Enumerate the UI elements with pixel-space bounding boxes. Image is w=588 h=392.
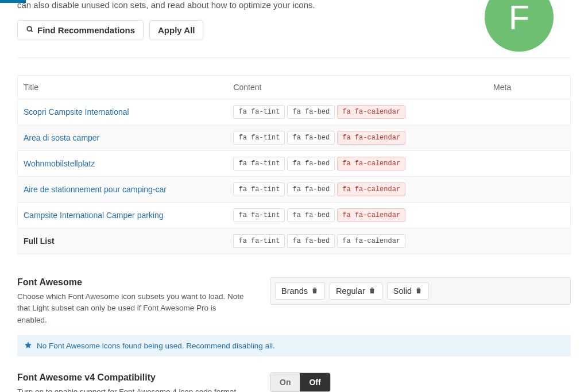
subset-chip-label: Brands xyxy=(281,286,308,296)
col-title: Title xyxy=(18,76,228,99)
svg-line-1 xyxy=(31,30,33,32)
grade-badge: F xyxy=(485,0,554,52)
apply-all-label: Apply All xyxy=(158,25,195,35)
toggle-off[interactable]: Off xyxy=(300,373,330,391)
star-icon xyxy=(24,341,32,351)
col-meta: Meta xyxy=(488,76,570,99)
icon-tag[interactable]: fa fa-bed xyxy=(287,131,335,145)
trash-icon[interactable] xyxy=(415,286,423,296)
fa-desc: Choose which Font Awesome icon subsets y… xyxy=(17,291,247,326)
loading-bar xyxy=(0,0,26,3)
row-meta xyxy=(488,203,570,228)
row-title-link[interactable]: Aire de stationnement pour camping-car xyxy=(24,185,167,194)
icon-tag[interactable]: fa fa-tint xyxy=(233,208,285,222)
col-content: Content xyxy=(227,76,488,99)
icon-tag[interactable]: fa fa-bed xyxy=(287,105,335,119)
divider xyxy=(17,57,571,58)
fa4-desc: Turn on to enable support for Font Aweso… xyxy=(17,386,247,392)
fa-info-text: No Font Awesome icons found being used. … xyxy=(37,341,275,350)
icon-tag[interactable]: fa fa-calendar xyxy=(337,131,405,145)
fa-subsets: BrandsRegularSolid xyxy=(270,277,571,305)
icon-tag[interactable]: fa fa-tint xyxy=(233,157,285,170)
icon-tag[interactable]: fa fa-calendar xyxy=(337,234,405,248)
row-meta xyxy=(488,99,570,125)
subset-chip[interactable]: Solid xyxy=(387,282,429,300)
toggle-on[interactable]: On xyxy=(270,373,300,391)
table-row: Aire de stationnement pour camping-carfa… xyxy=(18,177,571,203)
row-title: Full List xyxy=(24,236,55,246)
icon-tag[interactable]: fa fa-calendar xyxy=(337,183,405,196)
subset-chip-label: Solid xyxy=(393,286,412,296)
icon-tag[interactable]: fa fa-tint xyxy=(233,131,285,145)
svg-point-0 xyxy=(27,26,32,31)
subset-chip[interactable]: Brands xyxy=(275,282,325,300)
table-row: Area di sosta camperfa fa-tintfa fa-bedf… xyxy=(18,125,571,151)
fa-title: Font Awesome xyxy=(17,277,247,288)
find-recommendations-label: Find Recommendations xyxy=(37,25,135,35)
fa-info-notice: No Font Awesome icons found being used. … xyxy=(17,335,571,356)
icon-tag[interactable]: fa fa-bed xyxy=(287,183,335,196)
icon-tag[interactable]: fa fa-bed xyxy=(287,157,335,170)
icon-tag[interactable]: fa fa-tint xyxy=(233,183,285,196)
table-row: Wohnmobilstellplatzfa fa-tintfa fa-bedfa… xyxy=(18,151,571,177)
find-recommendations-button[interactable]: Find Recommendations xyxy=(17,20,144,40)
icon-tag[interactable]: fa fa-bed xyxy=(287,208,335,222)
fa4-title: Font Awesome v4 Compatibility xyxy=(17,372,247,383)
fa4-toggle[interactable]: On Off xyxy=(270,372,331,392)
icon-tag[interactable]: fa fa-calendar xyxy=(337,105,405,119)
icon-tag[interactable]: fa fa-calendar xyxy=(337,157,405,170)
apply-all-button[interactable]: Apply All xyxy=(149,20,203,40)
table-row: Campsite International Camper parkingfa … xyxy=(18,203,571,228)
subset-chip-label: Regular xyxy=(336,286,365,296)
icon-tag[interactable]: fa fa-tint xyxy=(233,105,285,119)
icon-tag[interactable]: fa fa-calendar xyxy=(337,208,405,222)
trash-icon[interactable] xyxy=(368,286,376,296)
row-meta xyxy=(488,177,570,203)
recommendations-table: Title Content Meta Scopri Campsite Inter… xyxy=(17,75,571,254)
row-meta xyxy=(488,125,570,151)
icon-tag[interactable]: fa fa-tint xyxy=(233,234,285,248)
table-row: Scopri Campsite Internationalfa fa-tintf… xyxy=(18,99,571,125)
row-title-link[interactable]: Campsite International Camper parking xyxy=(24,211,164,220)
row-title-link[interactable]: Scopri Campsite International xyxy=(24,107,129,117)
row-meta xyxy=(488,151,570,177)
search-icon xyxy=(26,25,34,35)
row-meta xyxy=(488,228,570,254)
table-row: Full Listfa fa-tintfa fa-bedfa fa-calend… xyxy=(18,228,571,254)
trash-icon[interactable] xyxy=(311,286,319,296)
row-title-link[interactable]: Area di sosta camper xyxy=(24,133,99,142)
row-title-link[interactable]: Wohnmobilstellplatz xyxy=(24,159,95,168)
subset-chip[interactable]: Regular xyxy=(330,282,382,300)
icon-tag[interactable]: fa fa-bed xyxy=(287,234,335,248)
